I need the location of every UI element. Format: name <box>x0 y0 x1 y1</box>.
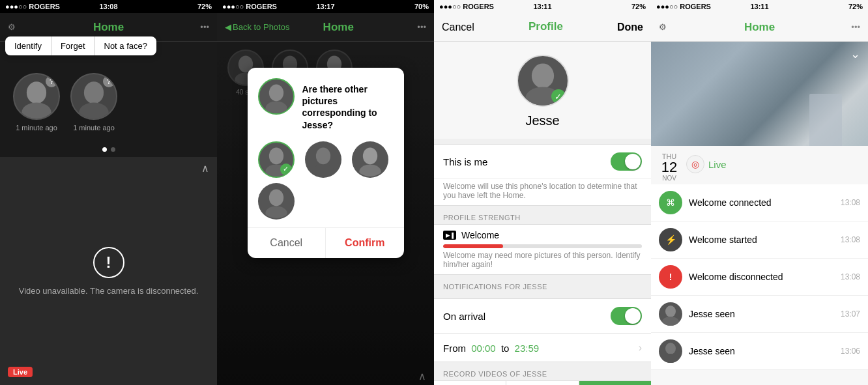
record-never-button[interactable]: Never <box>434 381 506 385</box>
video-unavailable-text: Video unavailable. The camera is disconn… <box>19 286 199 296</box>
activity-text-4: Jesse seen <box>689 346 834 356</box>
svg-point-2 <box>84 81 104 104</box>
profile-title: Profile <box>521 13 571 42</box>
done-button[interactable]: Done <box>617 21 643 33</box>
modal-overlay: Are there other pictures corresponding t… <box>217 42 434 385</box>
this-is-me-toggle[interactable] <box>611 152 642 171</box>
face-circle-1: ? <box>70 73 117 120</box>
forget-button[interactable]: Forget <box>51 36 95 55</box>
strength-name: Welcome <box>461 230 499 240</box>
panel-home-photos: ●●●○○ ROGERS 13:17 70% ◀ Back to Photos … <box>217 0 434 385</box>
strength-label-row: ▶▐ Welcome <box>443 230 642 240</box>
door-shape <box>809 94 842 146</box>
notifications-section: On arrival From 00:00 to 23:59 › <box>434 298 651 362</box>
profile-name: Jesse <box>525 113 559 128</box>
activity-time-0: 13:08 <box>841 198 860 207</box>
nav-bar-2: ◀ Back to Photos Home ••• <box>217 13 434 42</box>
activity-item-1[interactable]: ⚡ Welcome started 13:08 <box>651 221 868 259</box>
modal-face-0[interactable]: ✓ <box>258 141 295 178</box>
more-icon-2[interactable]: ••• <box>387 22 426 32</box>
time-chevron-icon[interactable]: › <box>639 342 642 354</box>
back-button-2[interactable]: ◀ Back to Photos <box>225 22 289 32</box>
activity-item-2[interactable]: ! Welcome disconnected 13:08 <box>651 259 868 296</box>
activity-text-2: Welcome disconnected <box>689 272 834 282</box>
from-time: 00:00 <box>471 343 496 354</box>
chevron-down-icon[interactable]: ⌄ <box>850 47 860 61</box>
live-dot: ◎ <box>686 155 704 173</box>
modal-face-3[interactable] <box>258 183 295 220</box>
to-separator: to <box>501 343 510 354</box>
alert-icon-circle: ! <box>659 265 682 289</box>
status-bar-4: ●●●○○ ROGERS 13:11 72% <box>651 0 868 13</box>
confirm-button[interactable]: Confirm <box>326 228 404 258</box>
svg-point-21 <box>265 206 287 218</box>
modal-box: Are there other pictures corresponding t… <box>248 68 404 258</box>
cancel-button[interactable]: Cancel <box>248 228 326 258</box>
video-section: ∧ ! Video unavailable. The camera is dis… <box>0 157 217 385</box>
dot-0 <box>102 147 107 152</box>
record-always-button[interactable]: Always <box>579 381 651 385</box>
cancel-button-3[interactable]: Cancel <box>442 21 474 33</box>
activity-item-4[interactable]: Jesse seen 13:06 <box>651 333 868 370</box>
record-buttons: Never On Arrival Always <box>434 380 651 385</box>
modal-faces-grid: ✓ <box>248 136 404 183</box>
identify-button[interactable]: Identify <box>5 36 51 55</box>
activity-text-0: Welcome connected <box>689 197 834 208</box>
more-icon-4[interactable]: ••• <box>821 22 860 32</box>
face-icon-circle-3 <box>659 302 682 326</box>
time-row: From 00:00 to 23:59 › <box>434 334 651 362</box>
svg-point-13 <box>265 101 287 113</box>
battery-1: 72% <box>197 3 212 10</box>
alert-icon: ! <box>669 272 673 282</box>
dot-1 <box>111 147 115 152</box>
collapse-handle[interactable]: ∧ <box>201 162 209 175</box>
svg-point-12 <box>268 84 283 101</box>
activity-text-1: Welcome started <box>689 235 834 245</box>
svg-point-3 <box>79 102 108 119</box>
modal-face-1[interactable] <box>305 141 341 178</box>
this-is-me-label: This is me <box>443 156 487 167</box>
carrier-4: ●●●○○ ROGERS <box>656 3 711 10</box>
panel-live-activity: ●●●○○ ROGERS 13:11 72% ⚙ Home ••• ⌄ THU … <box>651 0 868 385</box>
carrier-1: ●●●○○ ROGERS <box>5 3 60 10</box>
svg-point-14 <box>268 147 283 164</box>
activity-item-0[interactable]: ⌘ Welcome connected 13:08 <box>651 184 868 221</box>
face-item-0[interactable]: ? 1 minute ago <box>13 73 60 132</box>
face-label-0: 1 minute ago <box>16 124 57 132</box>
svg-point-17 <box>312 164 334 177</box>
profile-avatar-section: ✓ Jesse <box>434 42 651 139</box>
profile-strength-bar: ▶▐ Welcome Welcome may need more picture… <box>434 225 651 274</box>
more-icon-1[interactable]: ••• <box>170 22 209 32</box>
modal-face-2[interactable] <box>352 141 388 178</box>
modal-bottom-face <box>248 183 404 227</box>
face-item-1[interactable]: ? 1 minute ago <box>70 73 117 132</box>
bg-scene: 40 sec 1 min <box>217 42 434 385</box>
svg-point-22 <box>531 63 553 88</box>
profile-strength-section: ▶▐ Welcome Welcome may need more picture… <box>434 224 651 275</box>
time-3: 13:11 <box>533 3 551 10</box>
activity-time-3: 13:07 <box>841 309 860 319</box>
settings-icon-1[interactable]: ⚙ <box>8 22 47 32</box>
carrier-2: ●●●○○ ROGERS <box>222 3 277 10</box>
not-a-face-button[interactable]: Not a face? <box>95 36 157 55</box>
status-bar-1: ●●●○○ ROGERS 13:08 72% <box>0 0 217 13</box>
carrier-3: ●●●○○ ROGERS <box>439 3 494 10</box>
nav-bar-4: ⚙ Home ••• <box>651 13 868 42</box>
camera-preview[interactable]: ⌄ <box>651 42 868 146</box>
question-badge-0: ? <box>46 76 57 87</box>
strength-fill <box>443 244 503 248</box>
time-2: 13:17 <box>316 3 334 10</box>
activity-item-3[interactable]: Jesse seen 13:07 <box>651 296 868 333</box>
face-circle-0: ? <box>13 73 60 120</box>
live-text: Live <box>708 159 727 170</box>
face-label-1: 1 minute ago <box>73 124 115 132</box>
strength-track <box>443 244 642 248</box>
question-badge-1: ? <box>103 76 115 87</box>
to-time: 23:59 <box>515 343 540 354</box>
svg-point-20 <box>268 189 283 206</box>
settings-icon-4[interactable]: ⚙ <box>659 22 698 32</box>
on-arrival-toggle[interactable] <box>611 307 642 325</box>
record-on-arrival-button[interactable]: On Arrival <box>506 381 579 385</box>
check-badge-0: ✓ <box>280 164 292 175</box>
context-menu-1: Identify Forget Not a face? <box>5 36 156 55</box>
